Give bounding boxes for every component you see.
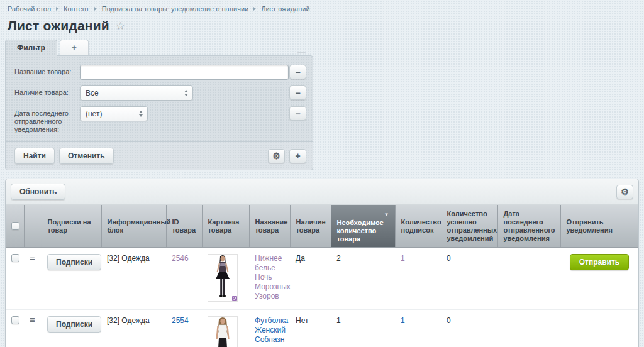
- column-header-product-image[interactable]: Картинка товара: [202, 205, 249, 248]
- row-menu-header: [24, 205, 42, 248]
- product-name-link[interactable]: Нижнее белье Ночь Морозных Узоров: [255, 254, 291, 301]
- required-qty-cell: 1: [331, 310, 395, 347]
- breadcrumb-item-content[interactable]: Контент: [64, 5, 89, 13]
- row-checkbox[interactable]: [11, 316, 19, 324]
- product-name-link[interactable]: Футболка Женский Соблазн: [255, 316, 288, 344]
- sent-count-cell: 0: [441, 248, 497, 310]
- column-header-product-name[interactable]: Название товара: [249, 205, 290, 248]
- required-qty-cell: 2: [331, 248, 395, 310]
- product-image[interactable]: [208, 254, 238, 302]
- grid-toolbar: Обновить ⚙: [6, 179, 638, 205]
- product-name-filter-label: Название товара:: [14, 65, 80, 76]
- select-all-header[interactable]: [6, 205, 24, 248]
- send-notifications-button[interactable]: Отправить: [570, 254, 629, 270]
- subscriptions-button[interactable]: Подписки: [47, 316, 101, 333]
- add-filter-tab-button[interactable]: +: [60, 40, 89, 56]
- infoblock-cell: [32] Одежда: [101, 310, 166, 347]
- select-arrows-icon: [139, 111, 143, 117]
- column-header-last-sent-date[interactable]: Дата последнего отправленного уведомлени…: [497, 205, 560, 248]
- column-header-subscription-count[interactable]: Количество подписок: [395, 205, 441, 248]
- gear-icon: ⚙: [272, 151, 280, 160]
- column-header-infoblock[interactable]: Информационный блок: [101, 205, 166, 248]
- select-all-checkbox[interactable]: [11, 222, 19, 230]
- gear-icon: ⚙: [621, 187, 629, 196]
- find-button[interactable]: Найти: [14, 148, 55, 164]
- breadcrumb-arrow-icon: [56, 7, 58, 11]
- breadcrumb-item-waitlist[interactable]: Лист ожиданий: [261, 5, 309, 13]
- breadcrumb-item-desktop[interactable]: Рабочий стол: [8, 5, 51, 13]
- product-id-link[interactable]: 2546: [172, 254, 189, 263]
- sent-count-cell: 0: [441, 310, 497, 347]
- add-filter-field-button[interactable]: +: [289, 149, 306, 163]
- waitlist-grid: Обновить ⚙ Подписки на товар Информацион…: [5, 179, 639, 347]
- filter-settings-button[interactable]: ⚙: [268, 149, 285, 163]
- availability-filter-select[interactable]: Все: [80, 85, 193, 101]
- waitlist-table: Подписки на товар Информационный блок ID…: [6, 205, 638, 347]
- select-arrows-icon: [184, 90, 188, 96]
- remove-filter-field-button[interactable]: −: [289, 85, 306, 100]
- cancel-button[interactable]: Отменить: [59, 148, 114, 164]
- page-title: Лист ожиданий: [8, 18, 109, 33]
- filter-collapse-icon[interactable]: —: [295, 47, 308, 56]
- column-header-availability[interactable]: Наличие товара: [290, 205, 331, 248]
- product-photo-tshirt: [208, 317, 237, 347]
- grid-settings-button[interactable]: ⚙: [616, 185, 633, 199]
- row-menu-icon[interactable]: ≡: [30, 314, 35, 325]
- last-sent-date-cell: [497, 248, 560, 310]
- table-header-row: Подписки на товар Информационный блок ID…: [6, 205, 638, 248]
- breadcrumb-item-subscriptions[interactable]: Подписка на товары: уведомление о наличи…: [102, 5, 248, 13]
- column-header-required-qty[interactable]: ▼ Необходимое количество товара: [331, 205, 395, 248]
- last-notification-date-filter-select[interactable]: (нет): [80, 106, 148, 121]
- breadcrumb-arrow-icon: [94, 7, 97, 11]
- subscription-count-link[interactable]: 1: [401, 254, 405, 263]
- subscriptions-button[interactable]: Подписки: [47, 254, 101, 270]
- product-name-filter-input[interactable]: [80, 65, 289, 80]
- availability-cell: Нет: [290, 310, 331, 347]
- product-id-link[interactable]: 2554: [172, 316, 189, 326]
- column-header-sent-count[interactable]: Количество успешно отправленных уведомле…: [441, 205, 497, 248]
- last-sent-date-cell: [497, 310, 560, 347]
- sort-desc-icon: ▼: [384, 211, 389, 219]
- filter-tab[interactable]: Фильтр: [5, 40, 57, 56]
- column-header-subscriptions[interactable]: Подписки на товар: [42, 205, 101, 248]
- remove-filter-field-button[interactable]: −: [289, 65, 306, 79]
- availability-cell: Да: [290, 248, 331, 310]
- column-header-send-notifications[interactable]: Отправить уведомления: [560, 205, 638, 248]
- product-photo-lingerie: [208, 255, 237, 301]
- product-image[interactable]: [208, 316, 238, 347]
- remove-filter-field-button[interactable]: −: [289, 106, 306, 121]
- breadcrumb-arrow-icon: [253, 7, 256, 11]
- breadcrumb: Рабочий стол Контент Подписка на товары:…: [0, 0, 644, 13]
- last-notification-date-filter-label: Дата последнего отправленного уведомлени…: [14, 106, 80, 134]
- availability-filter-label: Наличие товара:: [14, 85, 80, 97]
- filter-panel: Фильтр + — Название товара: − Наличие то…: [5, 40, 313, 170]
- subscription-count-link[interactable]: 1: [401, 316, 405, 326]
- column-header-product-id[interactable]: ID товара: [166, 205, 202, 248]
- infoblock-cell: [32] Одежда: [101, 248, 166, 310]
- table-row: ≡ Подписки [32] Одежда 2546: [6, 248, 638, 310]
- row-checkbox[interactable]: [11, 254, 19, 262]
- row-menu-icon[interactable]: ≡: [30, 252, 35, 263]
- table-row: ≡ Подписки [32] Одежда 2554: [6, 310, 638, 347]
- favorite-star-icon[interactable]: ☆: [116, 19, 125, 33]
- refresh-button[interactable]: Обновить: [11, 184, 65, 200]
